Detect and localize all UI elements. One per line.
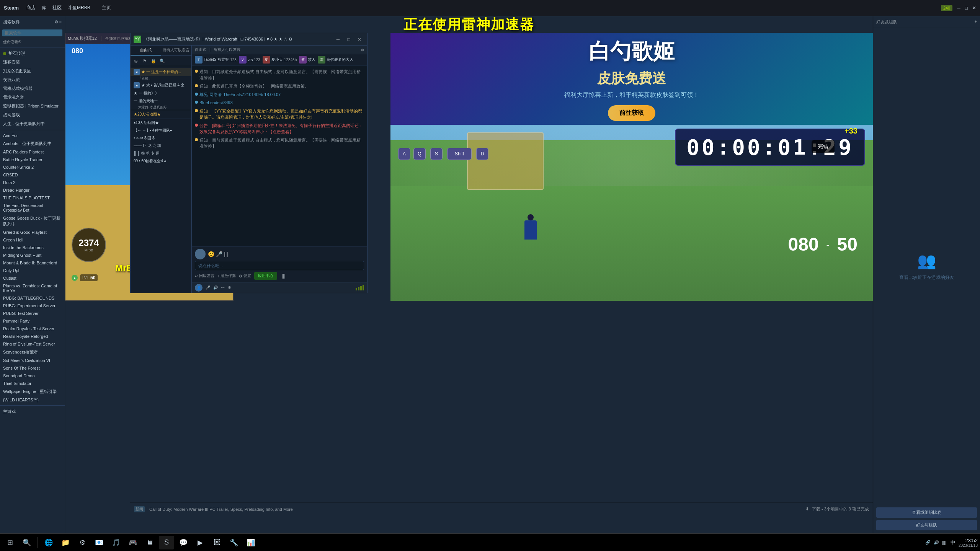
mumu-tab[interactable]: 全频道乒球派对 — [105, 36, 132, 41]
sidebar-item-wallpaper-engine[interactable]: Wallpaper Engine - 壁纸引擎 — [0, 387, 65, 396]
yy-tab-free-mode[interactable]: 自由式 — [131, 46, 161, 55]
sidebar-item-crsed[interactable]: CRSED — [0, 171, 65, 179]
yy-play-btn[interactable]: ♪ 播放伴奏 — [217, 273, 236, 279]
taskbar-music-icon[interactable]: 🎵 — [108, 536, 124, 549]
yy-channel-9[interactable]: 09 • 60帧看在全4 ♠ — [131, 157, 191, 165]
sidebar-item-realm-royale-test[interactable]: Realm Royale - Test Server — [0, 325, 65, 333]
yy-channel-2[interactable]: ★ 一 投的》》 — [131, 90, 191, 97]
yy-channel-6[interactable]: • ○-○• $ 国 $ — [131, 134, 191, 142]
taskbar-media-icon[interactable]: ▶ — [193, 536, 208, 549]
sidebar-item-greed[interactable]: Greed is Good Playtest — [0, 228, 65, 236]
yy-channel-4[interactable]: ♠10人活动图★ — [131, 119, 191, 127]
taskbar-steam-icon[interactable]: S — [159, 536, 174, 549]
taskbar-img-icon[interactable]: 🖼 — [209, 536, 225, 549]
sidebar-item-prison-sim[interactable]: 监狱模拟器 | Prison Simulator — [0, 102, 65, 111]
sidebar-item-4[interactable]: 雷橙花式模拟器 — [0, 84, 65, 93]
maximize-btn[interactable]: □ — [965, 5, 968, 11]
yy-tab-all[interactable]: 所有人可以发言 — [161, 46, 192, 55]
sidebar-item-wild-hearts[interactable]: {WILD HEARTS™} — [0, 396, 65, 404]
completion-popup[interactable]: 完错 — [812, 140, 835, 153]
yy-channel-3[interactable]: 一 播的天地一 — [131, 97, 191, 105]
sidebar-item-inside-backrooms[interactable]: Inside the Backrooms — [0, 244, 65, 251]
add-friends-btn[interactable]: 好友与组队 — [876, 520, 977, 530]
taskbar-clock[interactable]: 23:52 2023/11/13 — [959, 538, 978, 548]
sidebar-item-3[interactable]: 夜行八流 — [0, 75, 65, 84]
sidebar-item-aimbots[interactable]: Aimbots - 位于更新队列中 — [0, 139, 65, 148]
yy-channel-0[interactable]: ★ ★ 一 这是一个神奇的... — [131, 68, 191, 76]
sidebar-item-mount-blade[interactable]: Mount & Blade II: Bannerlord — [0, 259, 65, 267]
sidebar-item-ring-elysium[interactable]: Ring of Elysium-Test Server — [0, 340, 65, 348]
sidebar-item-civ6[interactable]: Sid Meier's Civilization VI — [0, 357, 65, 364]
sidebar-item-arc[interactable]: ARC Raiders Playtest — [0, 148, 65, 156]
taskbar-settings-icon[interactable]: ⚙ — [75, 536, 90, 549]
taskbar-ime-icon[interactable]: 中 — [951, 539, 956, 546]
nav-community[interactable]: 社区 — [52, 5, 62, 11]
friends-add-icon[interactable]: + — [975, 19, 977, 25]
sidebar-item-0[interactable]: 炉石传说 — [0, 49, 65, 58]
yy-bars-btn[interactable]: ||| — [224, 251, 228, 257]
sidebar-item-5[interactable]: 雪境沉之道 — [0, 93, 65, 102]
sidebar-item-7[interactable]: 战网游戏 — [0, 111, 65, 119]
promo-go-btn[interactable]: 前往获取 — [608, 105, 655, 121]
yy-minimize-btn[interactable]: ─ — [333, 36, 343, 43]
sidebar-item-8[interactable]: 人生 - 位于更新队列中 — [0, 119, 65, 128]
view-friends-btn[interactable]: 查看或组织比赛 — [876, 507, 977, 518]
yy-channel-5[interactable]: 【← →】• 4种性回队● — [131, 127, 191, 134]
yy-close-btn[interactable]: ✕ — [355, 36, 364, 43]
yy-icon-2[interactable]: ⚑ — [141, 57, 149, 64]
sidebar-search-input[interactable] — [2, 29, 62, 36]
nav-username[interactable]: 斗鱼MRBB — [68, 5, 90, 11]
taskbar-email-icon[interactable]: 📧 — [91, 536, 107, 549]
yy-channel-1[interactable]: ★ ★ 求 • 告诉自己已经 4 之 — [131, 81, 191, 90]
yy-channel-7[interactable]: ═══ 巨 龙 之 魂 — [131, 142, 191, 150]
yy-status-mic[interactable]: 🎤 — [206, 285, 210, 290]
sidebar-item-soundpad[interactable]: Soundpad Demo — [0, 372, 65, 380]
sidebar-item-2[interactable]: 别别的()正版区 — [0, 67, 65, 75]
yy-icon-3[interactable]: 🔒 — [150, 57, 157, 64]
sidebar-item-goose-duck[interactable]: Goose Goose Duck - 位于更新队列中 — [0, 214, 65, 228]
sidebar-item-battle-royale[interactable]: Battle Royale Trainer — [0, 156, 65, 163]
sidebar-item-pubg-test[interactable]: PUBG: Test Server — [0, 310, 65, 317]
news-item[interactable]: Call of Duty: Modern Warfare III PC Trai… — [149, 507, 293, 512]
sidebar-item-plants-vs-zombies[interactable]: Plants vs. Zombies: Game of the Ye — [0, 282, 65, 294]
taskbar-browser-icon[interactable]: 🌐 — [41, 536, 56, 549]
sidebar-item-green-hell[interactable]: Green Hell — [0, 236, 65, 244]
sidebar-item-only-upl[interactable]: Only Upl — [0, 267, 65, 274]
sidebar-item-sons-of-the-forest[interactable]: Sons Of The Forest — [0, 364, 65, 372]
sidebar-item-footer[interactable]: 主游戏 — [0, 407, 65, 416]
taskbar-folder-icon[interactable]: 📁 — [58, 536, 73, 549]
yy-mic-btn[interactable]: 🎤 — [216, 251, 222, 257]
taskbar-app1-icon[interactable]: 🔧 — [226, 536, 242, 549]
sidebar-item-dota2[interactable]: Dota 2 — [0, 179, 65, 186]
taskbar-search-btn[interactable]: 🔍 — [19, 536, 34, 549]
taskbar-chat-icon[interactable]: 💬 — [176, 536, 191, 549]
sidebar-item-realm-royale-reforged[interactable]: Realm Royale Reforged — [0, 333, 65, 340]
sidebar-item-pubg-exp[interactable]: PUBG: Experimental Server — [0, 302, 65, 310]
yy-status-settings[interactable]: ⚙ — [228, 285, 231, 290]
yy-emoji-btn[interactable]: 😊 — [208, 251, 214, 257]
yy-maximize-btn[interactable]: □ — [344, 36, 353, 43]
sidebar-item-first-descendant[interactable]: The First Descendant Crossplay Bet — [0, 202, 65, 214]
sidebar-item-thief-sim[interactable]: Thief Simulator — [0, 380, 65, 387]
yy-settings-btn[interactable]: ⚙ 设置 — [239, 273, 251, 279]
yy-app-center-btn[interactable]: 应用中心 — [254, 272, 277, 280]
close-btn[interactable]: ✕ — [972, 5, 976, 11]
yy-reply-btn[interactable]: ↩ 回应发言 — [195, 273, 214, 279]
yy-expand-icon[interactable]: ⊕ — [361, 48, 364, 52]
sidebar-item-aimfor[interactable]: Aim For — [0, 132, 65, 139]
sidebar-item-outlast[interactable]: Outlast — [0, 274, 65, 282]
sidebar-item-pubg[interactable]: PUBG: BATTLEGROUNDS — [0, 294, 65, 302]
nav-store[interactable]: 商店 — [26, 5, 36, 11]
sidebar-item-dread-hunger[interactable]: Dread Hunger — [0, 186, 65, 194]
yy-chat-input[interactable] — [195, 261, 364, 270]
main-nav-label[interactable]: 主页 — [102, 5, 111, 11]
taskbar-volume-icon[interactable]: 🔊 — [934, 540, 939, 545]
sidebar-item-midnight-ghost[interactable]: Midnight Ghost Hunt — [0, 251, 65, 259]
yy-status-speaker[interactable]: 🔊 — [213, 285, 218, 290]
sidebar-item-cs2[interactable]: Counter-Strike 2 — [0, 163, 65, 171]
taskbar-monitor-icon[interactable]: 🖥 — [142, 536, 157, 549]
yy-channel-8[interactable]: ║ ║ 挂 机 专 用 — [131, 150, 191, 157]
taskbar-start-btn[interactable]: ⊞ — [2, 536, 18, 549]
nav-library[interactable]: 库 — [42, 5, 46, 11]
sidebar-item-pummel-party[interactable]: Pummel Party — [0, 317, 65, 325]
